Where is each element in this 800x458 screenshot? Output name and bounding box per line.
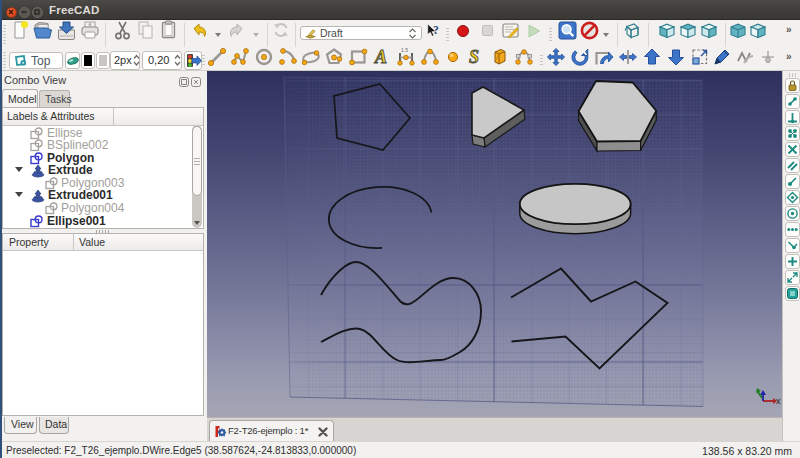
svg-text:1.5: 1.5 — [401, 47, 408, 53]
svg-text:S: S — [469, 47, 479, 67]
svg-text:?: ? — [433, 24, 439, 36]
svg-text:x: x — [776, 396, 781, 406]
svg-text:A: A — [374, 47, 387, 67]
